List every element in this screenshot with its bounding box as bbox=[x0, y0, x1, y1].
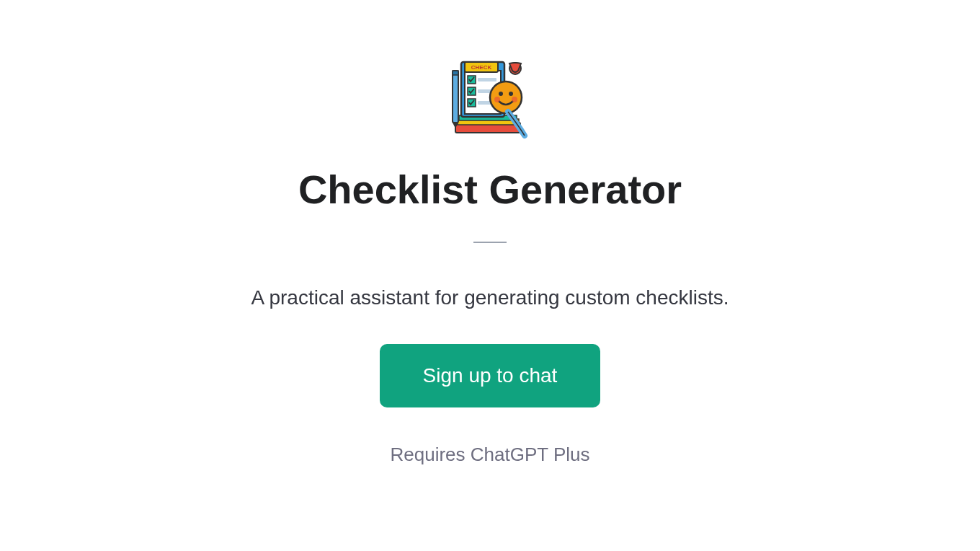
app-logo: CHECK bbox=[447, 58, 533, 144]
requires-plus-text: Requires ChatGPT Plus bbox=[391, 444, 590, 466]
svg-point-18 bbox=[509, 92, 513, 96]
divider bbox=[473, 242, 507, 243]
svg-point-16 bbox=[490, 81, 522, 113]
svg-rect-8 bbox=[478, 78, 496, 81]
svg-rect-13 bbox=[453, 71, 458, 123]
svg-text:CHECK: CHECK bbox=[471, 64, 492, 71]
signup-button[interactable]: Sign up to chat bbox=[380, 344, 601, 407]
svg-point-17 bbox=[499, 92, 503, 96]
description: A practical assistant for generating cus… bbox=[251, 286, 729, 309]
svg-point-19 bbox=[494, 97, 500, 102]
svg-rect-15 bbox=[453, 71, 458, 75]
svg-point-20 bbox=[512, 97, 517, 102]
checklist-generator-icon: CHECK bbox=[447, 58, 533, 144]
page-title: Checklist Generator bbox=[298, 166, 682, 213]
